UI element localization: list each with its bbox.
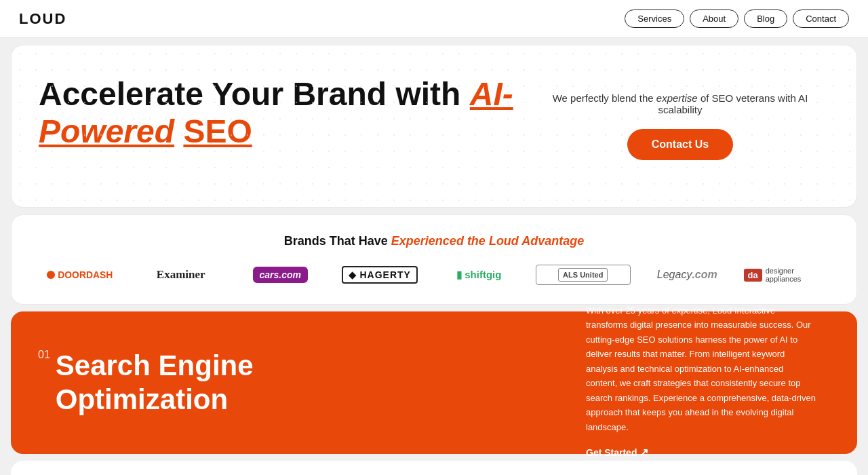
brands-logos: DOORDASH ​Examiner cars.com ◆ HAGERTY ▮ … bbox=[39, 265, 829, 285]
brand-examiner: ​Examiner bbox=[138, 268, 224, 282]
hero-subtitle: We perfectly blend the expertise of SEO … bbox=[545, 92, 816, 115]
brand-cars: cars.com bbox=[237, 267, 323, 283]
service-reputation-section: 02 Online Reputation bbox=[11, 461, 857, 475]
arrow-icon: ↗ bbox=[639, 444, 648, 461]
hero-title-seo: SEO bbox=[183, 113, 252, 149]
svg-text:DOORDASH: DOORDASH bbox=[58, 269, 113, 280]
nav-links: Services About Blog Contact bbox=[625, 10, 849, 28]
brand-hagerty: ◆ HAGERTY bbox=[337, 266, 423, 284]
service-seo-section: 01 Search EngineOptimization With over 2… bbox=[11, 311, 857, 454]
brand-als: ALS United bbox=[536, 265, 631, 285]
brands-title-highlight: Experienced the Loud Advantage bbox=[391, 234, 584, 248]
svg-point-0 bbox=[47, 271, 55, 279]
brand-shiftgig: ▮ shiftgig bbox=[436, 269, 522, 281]
service-description: With over 25 years of expertise, Loud In… bbox=[586, 303, 816, 461]
get-started-label: Get Started bbox=[586, 445, 637, 461]
brands-title: Brands That Have Experienced the Loud Ad… bbox=[39, 234, 829, 248]
brands-section: Brands That Have Experienced the Loud Ad… bbox=[11, 214, 857, 305]
nav-services[interactable]: Services bbox=[625, 10, 684, 28]
service-number: 01 bbox=[38, 349, 50, 361]
nav-blog[interactable]: Blog bbox=[744, 10, 787, 28]
brand-legacy: Legacy.com bbox=[644, 269, 730, 281]
brand-doordash: DOORDASH bbox=[39, 266, 125, 284]
navbar: LOUD Services About Blog Contact bbox=[0, 0, 868, 38]
contact-us-button[interactable]: Contact Us bbox=[627, 129, 733, 160]
nav-about[interactable]: About bbox=[690, 10, 738, 28]
get-started-link[interactable]: Get Started ↗ bbox=[586, 444, 816, 461]
service-desc-text: With over 25 years of expertise, Loud In… bbox=[586, 303, 816, 434]
service-title: Search EngineOptimization bbox=[56, 349, 254, 417]
brand-da: da designer appliances bbox=[744, 267, 830, 283]
nav-contact[interactable]: Contact bbox=[793, 10, 849, 28]
hero-right: We perfectly blend the expertise of SEO … bbox=[545, 92, 816, 160]
hero-title-prefix: Accelerate Your Brand with bbox=[39, 76, 470, 112]
logo: LOUD bbox=[19, 10, 66, 28]
hero-section: Accelerate Your Brand with AI-Powered SE… bbox=[11, 45, 857, 208]
brands-title-prefix: Brands That Have bbox=[284, 234, 391, 248]
hero-title: Accelerate Your Brand with AI-Powered SE… bbox=[39, 75, 513, 150]
